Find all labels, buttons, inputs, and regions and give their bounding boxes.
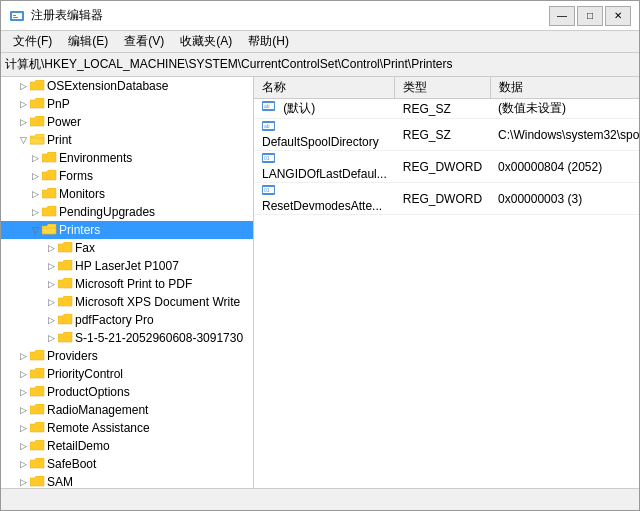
folder-icon <box>57 331 73 345</box>
svg-rect-2 <box>13 15 16 16</box>
tree-item-Providers[interactable]: ▷ Providers <box>1 347 253 365</box>
tree-item-ProductOptions[interactable]: ▷ ProductOptions <box>1 383 253 401</box>
tree-item-pdfFactory[interactable]: ▷ pdfFactory Pro <box>1 311 253 329</box>
svg-rect-3 <box>13 17 18 18</box>
tree-item-RetailDemo[interactable]: ▷ RetailDemo <box>1 437 253 455</box>
expand-icon: ▷ <box>17 476 29 488</box>
right-panel: 名称 类型 数据 ab <box>254 77 639 488</box>
tree-item-SID[interactable]: ▷ S-1-5-21-2052960608-3091730 <box>1 329 253 347</box>
tree-item-MSPrintPDF[interactable]: ▷ Microsoft Print to PDF <box>1 275 253 293</box>
svg-text:ab: ab <box>264 103 270 109</box>
table-row[interactable]: ab (默认) REG_SZ (数值未设置) <box>254 99 639 119</box>
tree-label: Microsoft Print to PDF <box>75 277 192 291</box>
tree-label: Fax <box>75 241 95 255</box>
tree-label: Monitors <box>59 187 105 201</box>
folder-icon <box>29 133 45 147</box>
tree-label: PendingUpgrades <box>59 205 155 219</box>
folder-icon <box>29 79 45 93</box>
tree-item-Fax[interactable]: ▷ Fax <box>1 239 253 257</box>
tree-label: PriorityControl <box>47 367 123 381</box>
tree-item-Power[interactable]: ▷ Power <box>1 113 253 131</box>
app-icon <box>9 8 25 24</box>
tree-item-Print[interactable]: ▽ Print <box>1 131 253 149</box>
col-name[interactable]: 名称 <box>254 77 395 99</box>
reg-name: 01 LANGIDOfLastDefaul... <box>254 151 395 183</box>
folder-icon <box>57 295 73 309</box>
expand-icon: ▷ <box>45 314 57 326</box>
tree-item-OSExtensionDatabase[interactable]: ▷ OSExtensionDatabase <box>1 77 253 95</box>
folder-icon <box>29 385 45 399</box>
minimize-button[interactable]: — <box>549 6 575 26</box>
expand-icon: ▷ <box>17 458 29 470</box>
tree-item-HPLaserJet[interactable]: ▷ HP LaserJet P1007 <box>1 257 253 275</box>
address-label: 计算机\HKEY_LOCAL_MACHINE\SYSTEM\CurrentCon… <box>5 56 452 73</box>
tree-label: RetailDemo <box>47 439 110 453</box>
reg-type: REG_DWORD <box>395 183 490 215</box>
reg-data: 0x00000804 (2052) <box>490 151 639 183</box>
reg-name: ab (默认) <box>254 99 395 119</box>
folder-icon <box>29 439 45 453</box>
reg-type: REG_SZ <box>395 99 490 119</box>
folder-icon <box>29 97 45 111</box>
tree-label: OSExtensionDatabase <box>47 79 168 93</box>
close-button[interactable]: ✕ <box>605 6 631 26</box>
tree-label: ProductOptions <box>47 385 130 399</box>
tree-item-SafeBoot[interactable]: ▷ SafeBoot <box>1 455 253 473</box>
folder-icon <box>41 151 57 165</box>
tree-item-Environments[interactable]: ▷ Environments <box>1 149 253 167</box>
tree-item-RemoteAssistance[interactable]: ▷ Remote Assistance <box>1 419 253 437</box>
menu-help[interactable]: 帮助(H) <box>240 31 297 52</box>
expand-icon: ▷ <box>17 116 29 128</box>
registry-editor-window: 注册表编辑器 — □ ✕ 文件(F) 编辑(E) 查看(V) 收藏夹(A) 帮助… <box>0 0 640 511</box>
maximize-button[interactable]: □ <box>577 6 603 26</box>
menu-edit[interactable]: 编辑(E) <box>60 31 116 52</box>
address-bar: 计算机\HKEY_LOCAL_MACHINE\SYSTEM\CurrentCon… <box>1 53 639 77</box>
tree-label: Power <box>47 115 81 129</box>
expand-icon: ▷ <box>29 170 41 182</box>
tree-item-RadioManagement[interactable]: ▷ RadioManagement <box>1 401 253 419</box>
folder-icon <box>41 223 57 237</box>
window-title: 注册表编辑器 <box>31 7 103 24</box>
tree-label: Environments <box>59 151 132 165</box>
expand-icon: ▷ <box>17 386 29 398</box>
expand-icon: ▽ <box>17 134 29 146</box>
tree-item-PendingUpgrades[interactable]: ▷ PendingUpgrades <box>1 203 253 221</box>
svg-text:01: 01 <box>264 155 270 161</box>
tree-item-Monitors[interactable]: ▷ Monitors <box>1 185 253 203</box>
title-bar-left: 注册表编辑器 <box>9 7 103 24</box>
folder-icon <box>41 169 57 183</box>
expand-icon: ▷ <box>17 350 29 362</box>
menu-view[interactable]: 查看(V) <box>116 31 172 52</box>
table-row[interactable]: ab DefaultSpoolDirectory REG_SZ C:\Windo… <box>254 119 639 151</box>
reg-data: (数值未设置) <box>490 99 639 119</box>
folder-icon <box>57 277 73 291</box>
tree-label: SAM <box>47 475 73 488</box>
folder-icon <box>57 259 73 273</box>
menu-file[interactable]: 文件(F) <box>5 31 60 52</box>
folder-icon <box>57 241 73 255</box>
tree-item-MSXPSDoc[interactable]: ▷ Microsoft XPS Document Write <box>1 293 253 311</box>
status-bar <box>1 488 639 510</box>
expand-icon: ▷ <box>17 98 29 110</box>
tree-panel[interactable]: ▷ OSExtensionDatabase ▷ PnP ▷ <box>1 77 254 488</box>
tree-item-PnP[interactable]: ▷ PnP <box>1 95 253 113</box>
expand-icon: ▷ <box>17 80 29 92</box>
col-data[interactable]: 数据 <box>490 77 639 99</box>
expand-icon: ▷ <box>17 440 29 452</box>
expand-icon: ▷ <box>45 242 57 254</box>
tree-item-Printers[interactable]: ▽ Printers <box>1 221 253 239</box>
menu-favorites[interactable]: 收藏夹(A) <box>172 31 240 52</box>
reg-name: ab DefaultSpoolDirectory <box>254 119 395 151</box>
tree-item-Forms[interactable]: ▷ Forms <box>1 167 253 185</box>
folder-icon <box>41 205 57 219</box>
menu-bar: 文件(F) 编辑(E) 查看(V) 收藏夹(A) 帮助(H) <box>1 31 639 53</box>
col-type[interactable]: 类型 <box>395 77 490 99</box>
tree-item-PriorityControl[interactable]: ▷ PriorityControl <box>1 365 253 383</box>
main-content: ▷ OSExtensionDatabase ▷ PnP ▷ <box>1 77 639 488</box>
expand-icon: ▷ <box>45 278 57 290</box>
reg-name: 01 ResetDevmodesAtte... <box>254 183 395 215</box>
table-row[interactable]: 01 ResetDevmodesAtte... REG_DWORD 0x0000… <box>254 183 639 215</box>
tree-label: pdfFactory Pro <box>75 313 154 327</box>
table-row[interactable]: 01 LANGIDOfLastDefaul... REG_DWORD 0x000… <box>254 151 639 183</box>
tree-item-SAM[interactable]: ▷ SAM <box>1 473 253 488</box>
